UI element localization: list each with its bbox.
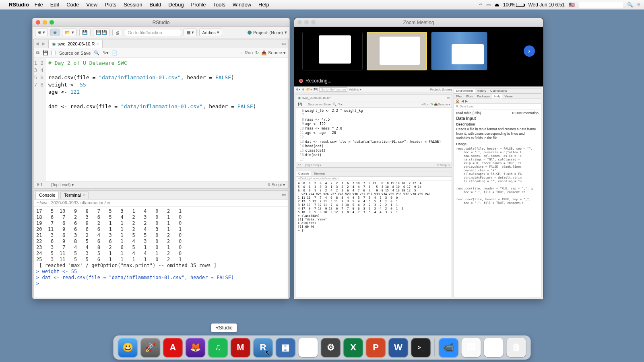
dock-word[interactable]: W xyxy=(389,338,408,357)
menu-view[interactable]: View xyxy=(86,2,97,8)
dock-spotify[interactable]: ♫ xyxy=(208,338,228,357)
menu-build[interactable]: Build xyxy=(149,2,161,8)
clock[interactable]: Wed Jun 10 6:51 xyxy=(528,2,565,8)
forward-button[interactable]: ▶ xyxy=(40,41,47,46)
source-on-save-checkbox[interactable] xyxy=(52,51,56,55)
menu-tools[interactable]: Tools xyxy=(213,2,225,8)
pane-layout-icon[interactable]: ▭ xyxy=(279,41,288,46)
gutter: 1 2 3 4 5 6 7 8 xyxy=(34,58,46,181)
dock-terminal[interactable]: >_ xyxy=(411,338,431,357)
run-button[interactable]: → Run xyxy=(239,50,253,56)
close-button[interactable] xyxy=(36,20,40,25)
source-tab[interactable]: ◉ swc_2020-06-10.R × xyxy=(48,40,103,48)
menu-session[interactable]: Session xyxy=(124,2,142,8)
dock-preview[interactable]: 🖼 xyxy=(462,338,481,357)
close-tab-icon[interactable]: × xyxy=(96,41,99,46)
spotlight-field[interactable] xyxy=(579,2,623,8)
new-project-button[interactable]: ⊕ xyxy=(50,29,60,36)
outline-icon[interactable]: 📄 xyxy=(112,50,118,56)
control-center-icon[interactable]: ≡ xyxy=(637,2,640,8)
zoom-button[interactable] xyxy=(311,20,316,25)
eject-icon[interactable]: ⏏ xyxy=(495,2,499,8)
rerun-button[interactable]: ↻ xyxy=(255,50,259,56)
zoom-titlebar[interactable]: Zoom Meeting xyxy=(294,18,543,27)
scope-label[interactable]: (Top Level) ▾ xyxy=(51,183,74,187)
dock-trash[interactable]: 🗑 xyxy=(507,338,526,357)
menu-window[interactable]: Window xyxy=(233,2,251,8)
dock-zoom[interactable]: 📹 xyxy=(439,338,458,357)
terminal-tab[interactable]: Terminal × xyxy=(60,191,89,199)
menu-help[interactable]: Help xyxy=(258,2,269,8)
grid-button[interactable]: ▦ ▾ xyxy=(184,29,197,36)
dock-document[interactable] xyxy=(484,338,504,357)
save-all-button[interactable]: 💾💾 xyxy=(93,29,110,36)
dock-finder[interactable]: 😀 xyxy=(118,338,138,357)
find-icon[interactable]: 🔍 xyxy=(94,50,99,56)
menubar[interactable]: RStudio File Edit Code View Plots Sessio… xyxy=(0,0,644,10)
dock-textedit[interactable]: ✎ xyxy=(299,338,318,357)
menu-code[interactable]: Code xyxy=(66,2,79,8)
console-path: ~/swc_2020-06-09/R-inflammation/ ⇨ xyxy=(34,200,288,207)
zoom-button[interactable] xyxy=(50,20,54,25)
source-toolbar: ⧉ 💾 Source on Save 🔍 ✎▾ 📄 → Run ↻ 📥 Sour… xyxy=(34,48,288,58)
code-area[interactable]: # Day 2 of U Delaware SWC read.csv(file … xyxy=(46,58,259,181)
lang-label[interactable]: R Script ▾ xyxy=(268,183,285,187)
open-file-button[interactable]: 📂 ▾ xyxy=(62,29,77,36)
participant-2-active[interactable] xyxy=(367,32,427,70)
print-button[interactable]: 🖨 xyxy=(112,29,122,36)
dock-bib[interactable]: ▦ xyxy=(276,338,295,357)
recording-icon xyxy=(299,79,303,83)
shared-rstudio-left: ⊕▾ ⊕ 📂▾ 💾 Go to file/function Addins ▾ P… xyxy=(294,86,454,299)
rstudio-window[interactable]: RStudio ⊕ ▾ ⊕ 📂 ▾ 💾 💾💾 🖨 Go to file/func… xyxy=(32,18,290,299)
dock-excel[interactable]: X xyxy=(344,338,363,357)
close-button[interactable] xyxy=(297,20,302,25)
dock-separator xyxy=(435,339,435,356)
console-layout-icon[interactable]: ▭ xyxy=(279,192,288,197)
console-body[interactable]: 17 5 10 9 8 7 5 3 1 4 0 2 1 18 6 7 2 3 6… xyxy=(34,207,288,298)
source-editor[interactable]: 1 2 3 4 5 6 7 8 # Day 2 of U Delaware SW… xyxy=(34,58,288,181)
dock-powerpoint[interactable]: P xyxy=(366,338,386,357)
back-button[interactable]: ◀ xyxy=(34,41,40,46)
battery-pct: 100% xyxy=(503,2,516,8)
minimize-button[interactable] xyxy=(43,20,47,25)
menu-edit[interactable]: Edit xyxy=(50,2,59,8)
dock-acrobat[interactable]: A xyxy=(163,338,183,357)
app-name[interactable]: RStudio xyxy=(9,2,29,8)
minimize-button[interactable] xyxy=(304,20,309,25)
next-page-button[interactable]: › xyxy=(524,45,535,57)
goto-file-input[interactable]: Go to file/function xyxy=(125,29,181,36)
project-menu[interactable]: Project: (None) xyxy=(253,30,283,35)
addins-menu[interactable]: Addins ▾ xyxy=(199,29,222,36)
menu-debug[interactable]: Debug xyxy=(168,2,184,8)
traffic-lights[interactable] xyxy=(36,20,54,25)
menu-plots[interactable]: Plots xyxy=(105,2,116,8)
popout-icon[interactable]: ⧉ xyxy=(36,50,39,56)
wand-icon[interactable]: ✎▾ xyxy=(103,50,109,56)
dock-firefox[interactable]: 🦊 xyxy=(186,338,205,357)
save-button[interactable]: 💾 xyxy=(79,29,91,36)
rstudio-titlebar[interactable]: RStudio xyxy=(33,18,289,27)
dock-launchpad[interactable]: 🚀 xyxy=(141,338,160,357)
battery-icon[interactable] xyxy=(516,3,524,7)
wifi-icon[interactable]: ⌔ xyxy=(479,2,482,8)
search-icon[interactable]: 🔍 xyxy=(627,2,633,8)
participant-1[interactable] xyxy=(302,32,363,70)
shared-source-pane: ◉ swc_2020-06-10.R* ▭ 💾 Source on Save 🔍… xyxy=(296,95,452,168)
console-tab[interactable]: Console xyxy=(35,191,59,199)
participant-3[interactable] xyxy=(431,32,487,70)
help-pane: read.table {utils} R Documentation Data … xyxy=(454,109,541,297)
save-source-button[interactable]: 💾 xyxy=(43,50,48,56)
new-file-button[interactable]: ⊕ ▾ xyxy=(35,29,48,36)
menu-profile[interactable]: Profile xyxy=(191,2,206,8)
dock-rstudio[interactable]: R ↖ xyxy=(254,338,273,357)
flag-icon[interactable]: 🇺🇸 xyxy=(569,2,575,8)
shared-rstudio-right: Environment History Connections Files Pl… xyxy=(454,88,541,297)
dock-settings[interactable]: ⚙ xyxy=(321,338,341,357)
wand-icon: ✎▾ xyxy=(338,103,343,106)
menu-file[interactable]: File xyxy=(35,2,43,8)
dock-mendeley[interactable]: M xyxy=(231,338,250,357)
source-button[interactable]: 📥 Source ▾ xyxy=(261,50,286,56)
zoom-window[interactable]: Zoom Meeting › Recording... ⊕▾ ⊕ 📂▾ 💾 Go… xyxy=(294,18,543,299)
airplay-icon[interactable]: ▭ xyxy=(486,2,491,8)
dock[interactable]: 😀 🚀 A 🦊 ♫ M R ↖ ▦ ✎ ⚙ X P W >_ 📹 🖼 🗑 xyxy=(114,335,531,360)
